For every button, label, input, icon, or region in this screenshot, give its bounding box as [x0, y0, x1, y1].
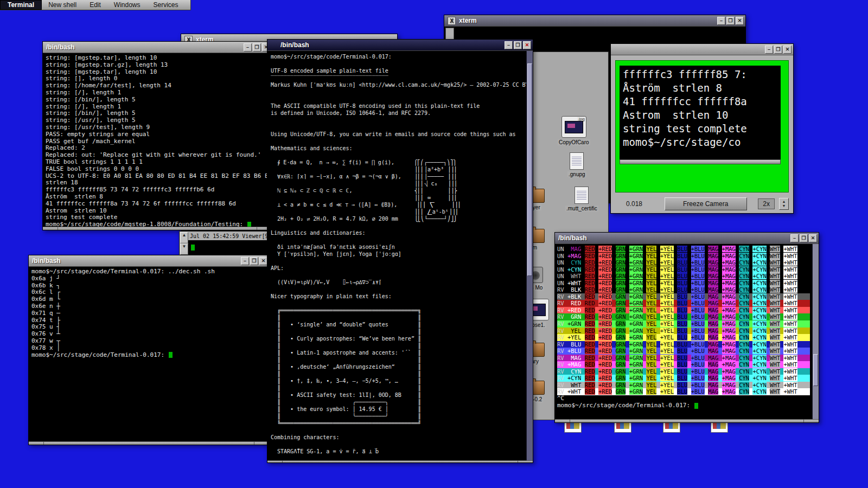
- terminal-screen[interactable]: string: [mgstep.tar], length 10 string: …: [43, 53, 272, 227]
- file-icon-copyofcaro[interactable]: .jpg CopyOfCaro: [558, 116, 590, 145]
- resize-bar[interactable]: [43, 227, 272, 230]
- scrollbar-track[interactable]: [526, 51, 533, 460]
- maximize-button[interactable]: ❐: [726, 17, 735, 25]
- window-title: /bin/bash: [558, 234, 789, 242]
- titlebar-bash-center[interactable]: /bin/bash – ❐ ✕: [267, 40, 533, 51]
- color-test-row: RV +YEL RED +RED GRN +GRN YEL +YEL BLU +…: [557, 334, 810, 341]
- camera-body: ffffffc3 ffffff85 7: Åström strlen 8 41 …: [611, 55, 793, 213]
- menu-item-edit[interactable]: Edit: [83, 0, 107, 10]
- magnified-screen: ffffffc3 ffffff85 7: Åström strlen 8 41 …: [620, 66, 781, 159]
- maximize-button[interactable]: ❐: [514, 41, 522, 49]
- color-test-row: RV BLK RED +RED GRN +GRN YEL +YEL BLU +B…: [557, 286, 810, 293]
- zoom-stepper[interactable]: ▲▼: [779, 198, 789, 210]
- image-file-icon: .jpg: [561, 116, 586, 138]
- terminal-cursor: [169, 352, 173, 358]
- close-button[interactable]: ✕: [259, 257, 267, 265]
- shell-prompt: momo$~/src/stage/code/Terminal-0.017:: [31, 352, 168, 359]
- stepper-down-icon[interactable]: ▼: [782, 204, 786, 208]
- color-test-row: UN WHT RED +RED GRN +GRN YEL +YEL BLU +B…: [557, 273, 810, 280]
- shell-prompt: momo$~/src/stage/code/Terminal-0.017:: [557, 402, 694, 409]
- file-icon-gnupg[interactable]: .gnupg: [567, 152, 586, 177]
- shell-prompt: momo$~/src/stage/code/mgstep-1.8008/Foun…: [46, 221, 247, 227]
- menu-item-services[interactable]: Services: [147, 0, 185, 10]
- color-test-row: RV +BLU RED +RED GRN +GRN YEL +YEL BLU +…: [557, 348, 810, 355]
- color-test-row: RV WHT RED +RED GRN +GRN YEL +YEL BLU +B…: [557, 382, 810, 389]
- window-title: /bin/bash: [271, 41, 503, 49]
- color-test-row: RV YEL RED +RED GRN +GRN YEL +YEL BLU +B…: [557, 328, 810, 335]
- terminal-screen[interactable]: momo$~/src/stage/code/Terminal-0.017: ..…: [29, 267, 269, 441]
- color-rows: UN MAG RED +RED GRN +GRN YEL +YEL BLU +B…: [557, 246, 810, 395]
- window-camera: – ❐ ✕ ffffffc3 ffffff85 7: Åström strlen…: [610, 43, 794, 214]
- window-bash-topleft: /bin/bash – ❐ ✕ string: [mgstep.tar], le…: [42, 41, 272, 230]
- maximize-button[interactable]: ❐: [253, 43, 261, 52]
- resize-bar[interactable]: [267, 460, 533, 463]
- window-title: /bin/bash: [32, 257, 240, 265]
- minimize-button[interactable]: –: [505, 41, 513, 49]
- scroll-down-icon[interactable]: ▼: [180, 243, 188, 255]
- close-button[interactable]: ✕: [809, 234, 817, 242]
- camera-controls: 0.018 Freeze Camera 2x ▲▼: [611, 195, 793, 213]
- terminal-output: momo$~/src/stage/code/Terminal-0.017: ..…: [31, 268, 266, 352]
- color-test-row: UN +WHT RED +RED GRN +GRN YEL +YEL BLU +…: [557, 280, 810, 287]
- window-bash-bottomleft: /bin/bash – ❐ ✕ momo$~/src/stage/code/Te…: [28, 255, 270, 445]
- titlebar-camera[interactable]: – ❐ ✕: [611, 44, 793, 55]
- stepper-up-icon[interactable]: ▲: [782, 200, 786, 204]
- viewer-log-text: Jul 02 15:42:59 Viewer[9: [188, 232, 271, 240]
- app-menubar: Terminal New shell Edit Windows Services: [0, 0, 191, 10]
- color-test-row: RV +RED RED +RED GRN +GRN YEL +YEL BLU +…: [557, 307, 810, 314]
- window-title: xterm: [459, 17, 716, 24]
- minimize-button[interactable]: –: [244, 43, 252, 52]
- titlebar-bash-topleft[interactable]: /bin/bash – ❐ ✕: [43, 42, 272, 53]
- minimize-button[interactable]: –: [241, 257, 249, 265]
- color-test-row: RV BLU RED +RED GRN +GRN YEL +YEL BLU +B…: [557, 341, 810, 348]
- scrollbar-track[interactable]: [812, 244, 819, 419]
- camera-viewport[interactable]: ffffffc3 ffffff85 7: Åström strlen 8 41 …: [615, 60, 789, 192]
- close-button[interactable]: ✕: [783, 46, 792, 54]
- terminal-output: momo$~/src/stage/code/Terminal-0.017: UT…: [271, 53, 523, 455]
- maximize-button[interactable]: ❐: [800, 234, 808, 242]
- menu-item-new-shell[interactable]: New shell: [42, 0, 83, 10]
- maximize-button[interactable]: ❐: [774, 46, 782, 54]
- color-test-row: RV MAG RED +RED GRN +GRN YEL +YEL BLU +B…: [557, 355, 810, 362]
- resize-bar[interactable]: [29, 441, 269, 445]
- titlebar-bash-colortest[interactable]: /bin/bash – ❐ ✕: [555, 233, 819, 244]
- icon-label: CopyOfCaro: [558, 139, 590, 145]
- terminal-cursor: [247, 222, 251, 227]
- window-viewer-log: ▲ ▼ Jul 02 15:42:59 Viewer[9: [179, 231, 272, 256]
- viewer-scrollbar[interactable]: ▲ ▼: [180, 232, 188, 255]
- window-bash-center: /bin/bash – ❐ ✕ momo$~/src/stage/code/Te…: [267, 39, 533, 463]
- terminal-screen[interactable]: UN MAG RED +RED GRN +GRN YEL +YEL BLU +B…: [555, 244, 812, 419]
- camera-zoom-value[interactable]: 2x: [758, 198, 775, 209]
- terminal-cursor: [694, 403, 698, 409]
- minimize-button[interactable]: –: [790, 234, 799, 242]
- menu-app-title[interactable]: Terminal: [0, 0, 42, 10]
- titlebar-bash-bottomleft[interactable]: /bin/bash – ❐ ✕: [29, 255, 269, 267]
- viewer-terminal[interactable]: [188, 240, 271, 255]
- color-test-row: RV +CYN RED +RED GRN +GRN YEL +YEL BLU +…: [557, 375, 810, 382]
- minimize-button[interactable]: –: [717, 17, 725, 25]
- document-file-icon: [575, 187, 589, 204]
- color-test-row: RV +GRN RED +RED GRN +GRN YEL +YEL BLU +…: [557, 320, 810, 328]
- terminal-screen[interactable]: momo$~/src/stage/code/Terminal-0.017: UT…: [267, 51, 526, 460]
- color-test-row: RV RED RED +RED GRN +GRN YEL +YEL BLU +B…: [557, 300, 810, 307]
- close-button[interactable]: ✕: [523, 41, 531, 49]
- close-button[interactable]: ✕: [736, 17, 744, 25]
- color-test-row: RV +WHT RED +RED GRN +GRN YEL +YEL BLU +…: [557, 388, 810, 395]
- scrollbar-knob[interactable]: [813, 354, 818, 386]
- document-file-icon: [570, 152, 584, 170]
- color-test-row: UN CYN RED +RED GRN +GRN YEL +YEL BLU +B…: [557, 259, 810, 266]
- xterm-logo-icon: X: [448, 17, 456, 25]
- file-icon-mutt-certific[interactable]: .mutt_certific: [565, 187, 598, 211]
- color-test-row: UN MAG RED +RED GRN +GRN YEL +YEL BLU +B…: [557, 246, 810, 253]
- scroll-up-icon[interactable]: ▲: [180, 232, 188, 243]
- titlebar-xterm-big[interactable]: X xterm – ❐ ✕: [444, 15, 745, 27]
- color-test-row: RV +MAG RED +RED GRN +GRN YEL +YEL BLU +…: [557, 361, 810, 368]
- icon-label: .gnupg: [567, 171, 586, 177]
- minimize-button[interactable]: –: [765, 46, 773, 54]
- scrollbar-knob[interactable]: [527, 63, 532, 277]
- maximize-button[interactable]: ❐: [250, 257, 258, 265]
- menu-item-windows[interactable]: Windows: [107, 0, 147, 10]
- color-test-row: UN +MAG RED +RED GRN +GRN YEL +YEL BLU +…: [557, 253, 810, 260]
- resize-bar[interactable]: [555, 419, 819, 422]
- freeze-camera-button[interactable]: Freeze Camera: [665, 197, 747, 210]
